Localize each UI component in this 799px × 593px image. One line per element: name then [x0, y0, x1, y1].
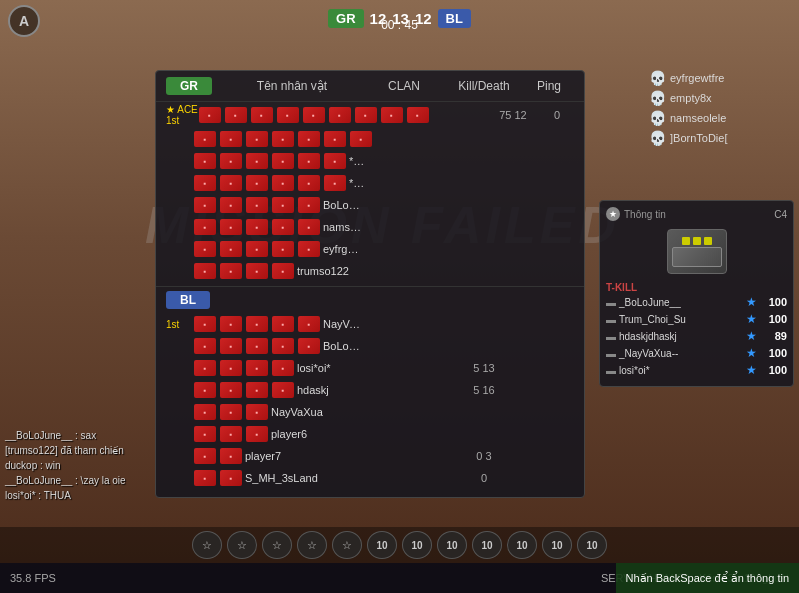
- medal-icon: ▪: [272, 338, 294, 354]
- kill-star-icon: ★: [746, 312, 757, 326]
- medal-icon: ▪: [225, 107, 247, 123]
- medal-icon: ▪: [194, 426, 216, 442]
- medal-icon: ▪: [246, 197, 268, 213]
- bottom-icon: ☆: [227, 531, 257, 559]
- kill-star-icon: ★: [746, 329, 757, 343]
- chat-lines: __BoLoJune__ : sax[trumso122] đã tham ch…: [5, 428, 195, 503]
- bottom-icon: 10: [472, 531, 502, 559]
- panel-title: ★ Thông tin C4: [606, 207, 787, 221]
- c4-icon: [667, 229, 727, 274]
- medal-icon: ▪: [298, 153, 320, 169]
- gr-label: GR: [328, 9, 364, 28]
- kill-star-icon: ★: [746, 346, 757, 360]
- player-name: eyfrgewtfre: [323, 243, 364, 255]
- medal-icon: ▪: [220, 263, 242, 279]
- c4-body: [672, 247, 722, 267]
- table-row: ▪▪ player7 0 3: [156, 445, 584, 467]
- medal-icon: ▪: [298, 219, 320, 235]
- kill-star-icon: ★: [746, 363, 757, 377]
- table-row: ▪▪▪▪ losi*oi* 5 13: [156, 357, 584, 379]
- medals-row: ▪▪▪▪: [194, 263, 297, 279]
- c4-dot: [682, 237, 690, 245]
- medals-row: ▪▪▪▪: [194, 382, 297, 398]
- kill-count: 100: [757, 313, 787, 325]
- medal-icon: ▪: [194, 448, 216, 464]
- c4-display: [606, 229, 787, 274]
- player-name: hdaskj: [297, 384, 364, 396]
- medals-row: ▪▪▪▪▪: [194, 241, 323, 257]
- scoreboard-panel: GR Tên nhân vật CLAN Kill/Death Ping ★ A…: [155, 70, 585, 498]
- info-icon: ★: [606, 207, 620, 221]
- medal-icon: ▪: [277, 107, 299, 123]
- medal-icon: ▪: [246, 316, 268, 332]
- medal-icon: ▪: [220, 470, 242, 486]
- medal-icon: ▪: [194, 338, 216, 354]
- gr-team-label: GR: [166, 77, 212, 95]
- medal-icon: ▪: [298, 175, 320, 191]
- bottom-icon: ☆: [297, 531, 327, 559]
- bottom-icon: 10: [542, 531, 572, 559]
- medal-icon: ▪: [246, 360, 268, 376]
- list-item: 💀 empty8x: [649, 90, 794, 106]
- kill-count: 89: [757, 330, 787, 342]
- c4-dots-row: [682, 237, 712, 245]
- medal-icon: ▪: [272, 175, 294, 191]
- table-row: ▪▪▪▪ trumso122: [156, 260, 584, 282]
- medal-icon: ▪: [272, 316, 294, 332]
- list-item: 💀 ]BornToDie[: [649, 130, 794, 146]
- table-row: ▪▪▪ player6: [156, 423, 584, 445]
- kd-column-header: Kill/Death: [444, 79, 524, 93]
- player-name: trumso122: [297, 265, 364, 277]
- list-item: losi*oi* : THUA: [5, 488, 195, 503]
- kill-label: T-KILL: [606, 282, 787, 293]
- kill-panel: ★ Thông tin C4 T-KILL ▬ _BoLoJune__ ★ 10…: [599, 200, 794, 387]
- bottom-icon: ☆: [332, 531, 362, 559]
- medal-icon: ▪: [381, 107, 403, 123]
- medal-icon: ▪: [220, 360, 242, 376]
- medal-icon: ▪: [298, 131, 320, 147]
- list-item: ▬ Trum_Choi_Su ★ 100: [606, 312, 787, 326]
- clan-column-header: CLAN: [364, 79, 444, 93]
- top-hud: GR 12 13 12 BL 00 : 45: [0, 0, 799, 36]
- skull-icon: 💀: [649, 130, 666, 146]
- medal-icon: ▪: [246, 175, 268, 191]
- kill-player-name: losi*oi*: [619, 365, 746, 376]
- fps-counter: 35.8 FPS: [10, 572, 56, 584]
- kill-indicator: ▬: [606, 365, 616, 376]
- medal-icon: ▪: [246, 219, 268, 235]
- medal-icon: ▪: [298, 197, 320, 213]
- bottom-icon: 10: [577, 531, 607, 559]
- medal-icon: ▪: [220, 241, 242, 257]
- medal-icon: ▪: [194, 382, 216, 398]
- bottom-icon-bar: ☆☆☆☆☆10101010101010: [0, 527, 799, 563]
- player-ping: 0: [540, 109, 574, 121]
- medal-icon: ▪: [298, 338, 320, 354]
- medal-icon: ▪: [272, 382, 294, 398]
- kill-indicator: ▬: [606, 314, 616, 325]
- medal-icon: ▪: [350, 131, 372, 147]
- kill-feed-list: ▬ _BoLoJune__ ★ 100 ▬ Trum_Choi_Su ★ 100…: [606, 295, 787, 377]
- skull-icon: 💀: [649, 110, 666, 126]
- bottom-icons-list: ☆☆☆☆☆10101010101010: [192, 531, 607, 559]
- list-item: __BoLoJune__ : \zay la oie: [5, 473, 195, 488]
- medals-row: ▪▪▪▪▪: [194, 219, 323, 235]
- medals-row: ▪▪▪: [194, 426, 271, 442]
- medals-row: ▪▪▪▪▪▪: [194, 175, 349, 191]
- medal-icon: ▪: [220, 131, 242, 147]
- medal-icon: ▪: [246, 426, 268, 442]
- player-name: *nice_shot*: [349, 155, 364, 167]
- player-name: player7: [245, 450, 364, 462]
- list-item: ▬ losi*oi* ★ 100: [606, 363, 787, 377]
- player-name: S_MH_3sLand: [245, 472, 364, 484]
- medal-icon: ▪: [355, 107, 377, 123]
- kill-count: 100: [757, 364, 787, 376]
- list-item: 💀 namseolele: [649, 110, 794, 126]
- medal-icon: ▪: [298, 241, 320, 257]
- kill-indicator: ▬: [606, 297, 616, 308]
- bl-players-list: 1st ▪▪▪▪▪ NayVaXua-- ▪▪▪▪▪ BoLoJune ▪▪▪▪…: [156, 313, 584, 489]
- medals-row: ▪▪▪: [194, 404, 271, 420]
- medal-icon: ▪: [194, 263, 216, 279]
- medal-icon: ▪: [324, 153, 346, 169]
- medal-icon: ▪: [194, 470, 216, 486]
- list-item: ▬ _NayVaXua-- ★ 100: [606, 346, 787, 360]
